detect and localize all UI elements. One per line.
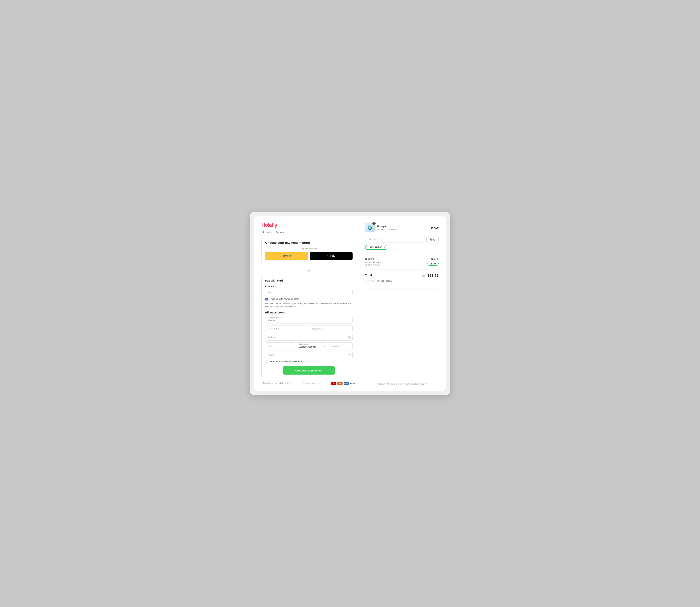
- payment-section-title: Choose your payment method: [265, 241, 353, 245]
- total-amount-wrap: AUD $63.65: [422, 273, 439, 278]
- info-text: We collect this information for your sec…: [265, 302, 353, 308]
- tag-small-icon: 🏷: [365, 264, 367, 266]
- visa-icon: VISA: [350, 382, 355, 385]
- billing-title: Billing address: [265, 311, 353, 314]
- address-field[interactable]: [265, 334, 353, 341]
- page-footer: All rights reserved Holafly Limited 🛡 Se…: [261, 382, 356, 385]
- savings-icon: 🏷: [365, 280, 367, 282]
- continue-button[interactable]: Continue to payment: [283, 367, 335, 375]
- paypal-button[interactable]: PayPal: [265, 252, 308, 260]
- product-badge: 1: [372, 222, 376, 225]
- discount-section-row: Order discount 🏷 HOLADTO5 - $3.35: [365, 261, 439, 266]
- product-subtitle: 10 days unlimited data: [377, 228, 428, 230]
- product-info: Europe 10 days unlimited data: [377, 225, 428, 230]
- total-row: Total AUD $63.65: [365, 273, 439, 278]
- card-section: Pay with card Contact ✓ Email me with ne…: [261, 275, 356, 378]
- express-label: Express checkout: [265, 248, 353, 250]
- product-image-wrap: 🌍 1: [365, 223, 375, 232]
- amex-icon: AMEX: [344, 382, 349, 385]
- country-select[interactable]: Australia: [265, 316, 353, 323]
- discount-tag: 🏷 HOLADTO5 ✕: [365, 245, 387, 250]
- secure-payment: 🛡 Secure payment: [303, 382, 319, 384]
- inner-card: Holafly Information > Payment Choose you…: [254, 216, 446, 391]
- breadcrumb-step2[interactable]: Payment: [276, 231, 284, 233]
- tag-close-button[interactable]: ✕: [384, 246, 385, 249]
- subtotal-row: Subtotal $67.00: [365, 258, 439, 260]
- city-state-row: State/territory Western Australia ▾: [265, 342, 353, 350]
- email-field[interactable]: [265, 289, 353, 296]
- email-checkbox-label: Email me with news and offers: [269, 298, 299, 300]
- subtotal-value: $67.00: [431, 258, 439, 260]
- gpay-button[interactable]: G Pay: [310, 252, 353, 260]
- search-icon: 🔍: [348, 336, 351, 339]
- checkmark-icon: ✓: [266, 298, 267, 300]
- savings-label: TOTAL SAVINGS: [368, 280, 385, 282]
- discount-tag-row: 🏷 HOLADTO5 ✕: [365, 245, 439, 250]
- shield-icon: 🛡: [303, 382, 304, 384]
- tag-icon: 🏷: [367, 246, 369, 249]
- rights-text: All rights reserved Holafly Limited: [263, 382, 290, 384]
- subtotal-label: Subtotal: [365, 258, 374, 260]
- mastercard-icon: MC: [337, 382, 343, 385]
- savings-value: $3.35: [386, 280, 392, 282]
- total-label: Total: [365, 274, 372, 277]
- state-wrapper: State/territory Western Australia ▾: [297, 342, 326, 350]
- phone-field[interactable]: [265, 352, 353, 358]
- breadcrumb-step1[interactable]: Information: [261, 231, 272, 233]
- save-row: Save this information for next time: [265, 360, 353, 363]
- product-name: Europe: [377, 225, 428, 228]
- info-icon: ⓘ: [348, 353, 351, 356]
- logo: Holafly: [261, 222, 356, 228]
- contact-label: Contact: [265, 285, 353, 288]
- payment-method-section: Choose your payment method Express check…: [261, 237, 356, 264]
- or-divider: OR: [261, 270, 356, 273]
- address-wrapper: 🔍: [265, 334, 353, 341]
- card-icons: M MC AMEX VISA: [331, 382, 355, 385]
- breadcrumb-sep: >: [274, 231, 275, 233]
- product-row: 🌍 1 Europe 10 days unlimited data $67.00: [365, 223, 439, 232]
- last-name-field[interactable]: [310, 325, 353, 332]
- total-currency: AUD: [422, 275, 426, 277]
- total-amount: $63.65: [428, 273, 439, 277]
- discount-code-tag: 🏷 HOLADTO5: [365, 264, 380, 266]
- email-checkbox[interactable]: ✓: [265, 298, 268, 300]
- savings-row: 🏷 TOTAL SAVINGS $3.35: [365, 280, 439, 282]
- save-checkbox[interactable]: [265, 360, 268, 363]
- discount-code-input[interactable]: [365, 236, 425, 243]
- applied-code-label: HOLADTO5: [370, 246, 382, 249]
- right-column: 🌍 1 Europe 10 days unlimited data $67.00…: [365, 222, 439, 385]
- divider-bottom: [365, 269, 439, 270]
- product-price: $67.00: [431, 226, 439, 229]
- email-checkbox-row[interactable]: ✓ Email me with news and offers: [265, 298, 353, 300]
- outer-card: Holafly Information > Payment Choose you…: [250, 212, 450, 395]
- breadcrumb: Information > Payment: [261, 231, 356, 233]
- footer-made-with: Made with ♥ by people who love to travel…: [365, 377, 439, 385]
- discount-row: Apply: [365, 236, 439, 243]
- postcode-field[interactable]: [328, 342, 353, 350]
- state-select[interactable]: Western Australia: [297, 342, 326, 350]
- country-select-wrapper: Country/Region Australia ▾: [265, 316, 353, 323]
- name-row: [265, 325, 353, 332]
- apply-button[interactable]: Apply: [426, 236, 439, 243]
- city-field[interactable]: [265, 342, 295, 350]
- maestro-icon: M: [331, 382, 336, 385]
- heart-icon: ♥: [387, 383, 389, 385]
- discount-amount-badge: - $3.35: [428, 261, 439, 266]
- express-buttons: PayPal G Pay: [265, 252, 353, 260]
- divider-footer: [365, 288, 439, 289]
- first-name-field[interactable]: [265, 325, 308, 332]
- left-column: Holafly Information > Payment Choose you…: [261, 222, 356, 385]
- secure-label: Secure payment: [305, 382, 319, 384]
- save-label: Save this information for next time: [269, 360, 302, 363]
- discount-info: Order discount 🏷 HOLADTO5: [365, 261, 380, 266]
- order-discount-label: Order discount: [365, 261, 380, 264]
- phone-wrapper: ⓘ: [265, 352, 353, 358]
- card-section-title: Pay with card: [265, 279, 353, 282]
